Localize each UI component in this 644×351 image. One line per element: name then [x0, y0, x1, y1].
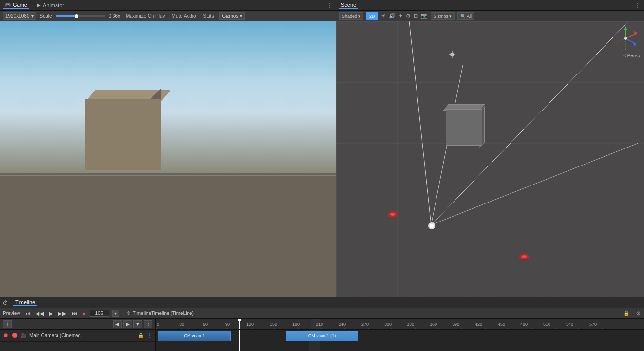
2d-button[interactable]: 2D [366, 12, 378, 20]
camera-dot-icon [428, 222, 436, 230]
tab-game[interactable]: 🎮 Game [3, 2, 29, 9]
resolution-dropdown[interactable]: 1920x1080 ▾ [3, 12, 36, 20]
timeline-tab-label: Timeline [15, 299, 35, 305]
scene-grid [336, 21, 644, 297]
scene-toolbar: Shaded ▾ 2D ☀ 🔊 ✦ ⚙ ⊞ 📷 Gizmos ▾ 🔍 All [336, 11, 644, 21]
track-item-main-camera[interactable]: ⏺ 🎥 Main Camera (Cinemac 🔒 ⋮ [0, 330, 155, 342]
step-forward-button[interactable]: ▶▶ [57, 310, 68, 317]
track-lock-icon: 🔒 [138, 333, 144, 338]
scene-settings-icon[interactable]: ⚙ [406, 13, 411, 19]
svg-text:390: 390 [452, 322, 459, 327]
all-dropdown[interactable]: 🔍 All [457, 12, 474, 20]
scene-gizmo[interactable] [612, 25, 639, 52]
scene-viewport[interactable]: < Persp [336, 21, 644, 297]
tab-animator[interactable]: ▶ Animator [35, 2, 66, 8]
timeline-name-label: ⏱ TimelineTimeline (TimeLine) [126, 311, 194, 316]
svg-text:330: 330 [407, 322, 414, 327]
svg-text:210: 210 [316, 322, 323, 327]
scene-panel-menu[interactable]: ⋮ [634, 1, 641, 9]
timeline-track-headers: + ◀ ▶ ▼ ↕ ⏺ 🎥 Main Camera (Cinemac 🔒 ⋮ [0, 319, 156, 351]
camera-icon[interactable]: 📷 [421, 13, 428, 19]
record-button[interactable]: ● [81, 310, 87, 317]
gizmos-dropdown[interactable]: Gizmos ▾ [219, 12, 245, 20]
game-cube-3d [76, 90, 161, 170]
audio-icon[interactable]: 🔊 [389, 13, 396, 19]
skip-to-end-button[interactable]: ⏭ [71, 310, 78, 317]
svg-text:510: 510 [543, 322, 550, 327]
skip-to-start-button[interactable]: ⏮ [23, 310, 31, 317]
timeline-ruler[interactable]: 0 30 60 90 120 150 180 210 240 [156, 319, 644, 330]
gizmos-scene-dropdown[interactable]: Gizmos ▾ [431, 12, 455, 20]
svg-text:450: 450 [498, 322, 505, 327]
ground-background [0, 173, 336, 297]
svg-text:120: 120 [246, 322, 254, 327]
all-label: All [467, 14, 472, 18]
nudge-left-button[interactable]: ◀ [113, 320, 122, 328]
camera-position-marker [428, 222, 436, 231]
game-toolbar: 1920x1080 ▾ Scale 0.36x Maximize On Play… [0, 11, 336, 21]
game-panel-menu[interactable]: ⋮ [326, 1, 333, 9]
scene-marker-1 [387, 210, 398, 219]
frame-input[interactable] [90, 310, 109, 317]
game-cube [76, 90, 161, 170]
timeline-add-bar: + ◀ ▶ ▼ ↕ [0, 319, 155, 330]
lock-icon: 🔒 [623, 310, 630, 316]
camera-track-icon: 🎥 [20, 333, 26, 338]
maximize-on-play-button[interactable]: Maximize On Play [124, 13, 167, 19]
timeline-settings-icon[interactable]: ⚙ [636, 310, 641, 317]
timeline-title: TimelineTimeline (TimeLine) [133, 311, 194, 316]
snap-button[interactable]: ↕ [144, 320, 152, 328]
svg-point-12 [430, 224, 434, 228]
gizmos-chevron-icon: ▾ [240, 13, 242, 18]
sky-background [0, 21, 336, 173]
tab-scene[interactable]: Scene [339, 2, 358, 9]
game-tab-label: Game [13, 2, 27, 8]
scene-panel: Scene ⋮ Shaded ▾ 2D ☀ 🔊 ✦ ⚙ ⊞ 📷 Gizmos ▾ [336, 0, 644, 297]
svg-text:0: 0 [157, 322, 159, 327]
red-marker-icon-2 [519, 253, 530, 260]
svg-text:540: 540 [566, 322, 573, 327]
timeline-clip-2[interactable]: CM vcam1 (1) [286, 331, 358, 341]
horizon-line [0, 175, 336, 176]
preview-label: Preview [3, 311, 20, 316]
add-track-button[interactable]: + [3, 320, 12, 328]
svg-text:90: 90 [225, 322, 230, 327]
scale-label: Scale [40, 13, 52, 18]
timeline-clip-1[interactable]: CM vcam1 [158, 331, 231, 341]
overlay-icon[interactable]: ⊞ [414, 13, 418, 19]
svg-point-24 [450, 53, 454, 56]
track-menu-button[interactable]: ⋮ [147, 332, 152, 339]
scale-value: 0.36x [109, 13, 120, 18]
svg-point-10 [522, 255, 527, 258]
gizmos-label: Gizmos [222, 13, 238, 18]
effects-icon[interactable]: ✦ [398, 13, 403, 19]
step-back-button[interactable]: ◀◀ [34, 310, 45, 317]
nudge-right-button[interactable]: ▶ [123, 320, 132, 328]
gizmos-scene-chevron-icon: ▾ [449, 14, 452, 18]
lighting-icon[interactable]: ☀ [381, 13, 386, 19]
track-visibility-toggle[interactable] [12, 333, 18, 338]
svg-text:570: 570 [589, 322, 597, 327]
svg-text:240: 240 [339, 322, 346, 327]
svg-point-23 [624, 37, 627, 40]
svg-text:270: 270 [361, 322, 369, 327]
stats-button[interactable]: Stats [202, 13, 216, 19]
scale-slider[interactable] [56, 15, 105, 17]
orientation-gizmo [612, 25, 639, 52]
search-icon: 🔍 [460, 14, 466, 18]
red-marker-icon-1 [387, 210, 398, 218]
play-button[interactable]: ▶ [48, 310, 54, 317]
track-name: Main Camera (Cinemac [29, 333, 135, 338]
game-viewport [0, 21, 336, 297]
frame-rate-dropdown[interactable]: ▾ [112, 310, 119, 317]
sun-light-icon [448, 51, 456, 59]
tab-timeline[interactable]: Timeline [13, 299, 37, 306]
scene-cube-front [446, 109, 482, 146]
svg-text:300: 300 [384, 322, 392, 327]
collapse-button[interactable]: ▼ [133, 320, 142, 328]
shading-label: Shaded [342, 14, 357, 18]
resolution-value: 1920x1080 [5, 13, 30, 18]
shading-dropdown[interactable]: Shaded ▾ [339, 12, 363, 20]
svg-text:420: 420 [475, 322, 482, 327]
mute-audio-button[interactable]: Mute Audio [170, 13, 198, 19]
